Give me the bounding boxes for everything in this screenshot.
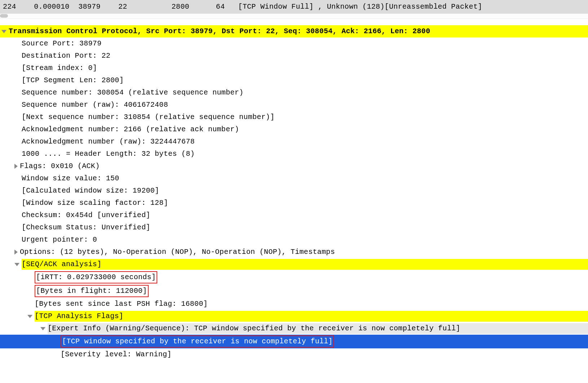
- col-len: 2800: [172, 1, 189, 12]
- tcp-urgent-label: Urgent pointer: 0: [22, 234, 97, 245]
- tcp-checksum-label: Checksum: 0x454d [unverified]: [22, 210, 150, 221]
- disclosure-triangle-icon[interactable]: [14, 263, 19, 266]
- seqack-irtt[interactable]: [iRTT: 0.029733000 seconds]: [0, 270, 588, 284]
- tcp-stream-index[interactable]: [Stream index: 0]: [0, 62, 588, 74]
- disclosure-triangle-icon[interactable]: [40, 327, 45, 330]
- tcp-checksum-status[interactable]: [Checksum Status: Unverified]: [0, 221, 588, 234]
- disclosure-triangle-icon[interactable]: [27, 315, 32, 318]
- tcp-analysis-flags-row[interactable]: [TCP Analysis Flags]: [0, 310, 588, 322]
- expert-info-label: [Expert Info (Warning/Sequence): TCP win…: [48, 323, 588, 334]
- tcp-win-scale[interactable]: [Window size scaling factor: 128]: [0, 197, 588, 209]
- tcp-calc-win-size[interactable]: [Calculated window size: 19200]: [0, 185, 588, 197]
- col-win: 64: [216, 1, 225, 12]
- tcp-dst-port-label: Destination Port: 22: [22, 50, 110, 61]
- seqack-bytes-in-flight[interactable]: [Bytes in flight: 112000]: [0, 284, 588, 298]
- tcp-segment-len[interactable]: [TCP Segment Len: 2800]: [0, 74, 588, 87]
- tcp-win-size-value[interactable]: Window size value: 150: [0, 172, 588, 185]
- col-time: 0.000010: [34, 1, 69, 12]
- tcp-ack-rel[interactable]: Acknowledgment number: 2166 (relative ac…: [0, 123, 588, 136]
- expert-info-message-row[interactable]: [TCP window specified by the receiver is…: [0, 335, 588, 348]
- col-info: [TCP Window Full] , Unknown (128)[Unreas…: [238, 1, 482, 12]
- tcp-seq-raw[interactable]: Sequence number (raw): 4061672408: [0, 99, 588, 111]
- scrollbar-thumb[interactable]: [0, 14, 8, 18]
- expert-info-message-label: [TCP window specified by the receiver is…: [62, 337, 333, 345]
- irtt-highlight-box: [iRTT: 0.029733000 seconds]: [35, 271, 157, 283]
- bytes-in-flight-highlight-box: [Bytes in flight: 112000]: [35, 285, 149, 297]
- tcp-ack-raw-label: Acknowledgment number (raw): 3224447678: [22, 136, 195, 147]
- tcp-hdr-len-label: 1000 .... = Header Length: 32 bytes (8): [22, 149, 195, 159]
- tcp-options[interactable]: Options: (12 bytes), No-Operation (NOP),…: [0, 246, 588, 258]
- message-highlight-box: [TCP window specified by the receiver is…: [61, 335, 334, 348]
- tcp-next-seq-label: [Next sequence number: 310854 (relative …: [22, 112, 275, 123]
- horizontal-scrollbar[interactable]: [0, 14, 588, 19]
- tcp-analysis-flags-label: [TCP Analysis Flags]: [35, 311, 588, 322]
- tcp-next-seq[interactable]: [Next sequence number: 310854 (relative …: [0, 111, 588, 123]
- tcp-seq-rel[interactable]: Sequence number: 308054 (relative sequen…: [0, 87, 588, 99]
- tcp-urgent[interactable]: Urgent pointer: 0: [0, 234, 588, 246]
- tcp-flags[interactable]: Flags: 0x010 (ACK): [0, 160, 588, 172]
- tcp-src-port-label: Source Port: 38979: [22, 38, 101, 49]
- tcp-win-size-value-label: Window size value: 150: [22, 173, 119, 184]
- tcp-dst-port[interactable]: Destination Port: 22: [0, 50, 588, 62]
- col-srcport: 38979: [78, 1, 101, 12]
- tcp-segment-len-label: [TCP Segment Len: 2800]: [22, 75, 124, 86]
- seqack-bytes-since-psh[interactable]: [Bytes sent since last PSH flag: 16800]: [0, 298, 588, 310]
- disclosure-triangle-icon[interactable]: [14, 164, 18, 169]
- col-dstport: 22: [118, 1, 127, 12]
- tcp-calc-win-size-label: [Calculated window size: 19200]: [22, 185, 159, 196]
- disclosure-triangle-icon[interactable]: [1, 30, 6, 33]
- seqack-header-row[interactable]: [SEQ/ACK analysis]: [0, 258, 588, 270]
- tcp-ack-rel-label: Acknowledgment number: 2166 (relative ac…: [22, 124, 239, 135]
- tcp-seq-rel-label: Sequence number: 308054 (relative sequen…: [22, 87, 243, 98]
- tcp-src-port[interactable]: Source Port: 38979: [0, 38, 588, 50]
- col-no: 224: [3, 1, 16, 12]
- pane-gap: [0, 19, 588, 25]
- packet-list-row[interactable]: 224 0.000010 38979 22 2800 64 [TCP Windo…: [0, 0, 588, 14]
- seqack-header-label: [SEQ/ACK analysis]: [22, 259, 588, 270]
- tcp-options-label: Options: (12 bytes), No-Operation (NOP),…: [20, 247, 335, 257]
- tcp-flags-label: Flags: 0x010 (ACK): [20, 161, 100, 172]
- packet-details-pane: Transmission Control Protocol, Src Port:…: [0, 25, 588, 361]
- tcp-win-scale-label: [Window size scaling factor: 128]: [22, 198, 168, 208]
- expert-info-severity-row[interactable]: [Severity level: Warning]: [0, 348, 588, 361]
- expert-info-row[interactable]: [Expert Info (Warning/Sequence): TCP win…: [0, 322, 588, 335]
- seqack-irtt-label: [iRTT: 0.029733000 seconds]: [36, 273, 156, 281]
- tcp-header-row[interactable]: Transmission Control Protocol, Src Port:…: [0, 25, 588, 38]
- seqack-psh-label: [Bytes sent since last PSH flag: 16800]: [35, 299, 208, 309]
- tcp-header-label: Transmission Control Protocol, Src Port:…: [9, 26, 430, 37]
- expert-info-severity-label: [Severity level: Warning]: [61, 349, 172, 360]
- tcp-seq-raw-label: Sequence number (raw): 4061672408: [22, 100, 168, 110]
- tcp-ack-raw[interactable]: Acknowledgment number (raw): 3224447678: [0, 136, 588, 148]
- tcp-stream-index-label: [Stream index: 0]: [22, 63, 97, 74]
- tcp-checksum[interactable]: Checksum: 0x454d [unverified]: [0, 209, 588, 221]
- tcp-checksum-status-label: [Checksum Status: Unverified]: [22, 222, 150, 233]
- tcp-hdr-len[interactable]: 1000 .... = Header Length: 32 bytes (8): [0, 148, 588, 160]
- seqack-bif-label: [Bytes in flight: 112000]: [36, 287, 147, 295]
- disclosure-triangle-icon[interactable]: [14, 250, 18, 255]
